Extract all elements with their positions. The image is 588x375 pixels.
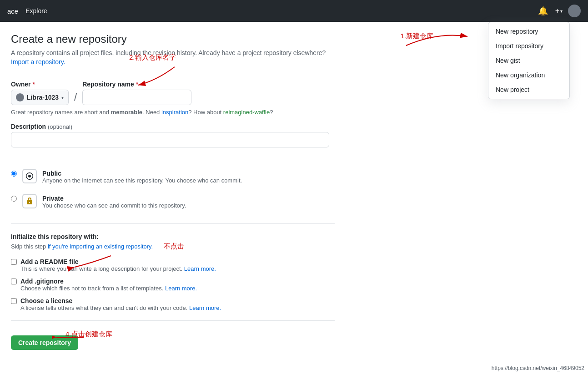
create-repository-button[interactable]: Create repository [11, 335, 78, 350]
private-text: Private You choose who can see and commi… [42, 195, 186, 209]
suggestion-text: Great repository names are short and mem… [11, 109, 335, 116]
public-text: Public Anyone on the internet can see th… [42, 170, 242, 184]
annotation-1: 1.新建仓库 [400, 32, 433, 41]
description-label: Description (optional) [11, 123, 335, 130]
readme-text: Add a README file This is where you can … [20, 258, 216, 272]
navbar: ace Explore 🔔 + ▾ New repository Import … [0, 0, 588, 22]
repo-name-label: Repository name * [82, 81, 191, 88]
divider-2 [11, 155, 335, 155]
description-input[interactable] [11, 132, 329, 147]
navbar-brand: ace [7, 7, 18, 15]
private-icon [22, 194, 37, 208]
license-checkbox[interactable] [11, 298, 17, 304]
license-option: Choose a license A license tells others … [11, 297, 335, 311]
gitignore-text: Add .gitignore Choose which files not to… [20, 278, 197, 292]
dropdown-new-organization[interactable]: New organization [488, 68, 569, 82]
bell-icon[interactable]: 🔔 [536, 4, 550, 18]
init-title: Initialize this repository with: [11, 233, 335, 240]
divider-1 [11, 73, 335, 73]
owner-group: Owner * Libra-1023 ▾ [11, 81, 69, 105]
readme-option: Add a README file This is where you can … [11, 258, 335, 272]
owner-avatar [16, 93, 24, 101]
divider-4 [11, 320, 335, 321]
plus-chevron: ▾ [560, 9, 563, 14]
owner-select[interactable]: Libra-1023 ▾ [11, 90, 69, 105]
plus-button[interactable]: + ▾ [553, 5, 564, 17]
navbar-right: 🔔 + ▾ [536, 4, 581, 18]
navbar-left: ace Explore [7, 7, 47, 15]
create-button-area: Create repository 4.点击创建仓库 [11, 328, 78, 350]
private-radio[interactable] [11, 196, 17, 202]
owner-chevron: ▾ [61, 95, 64, 100]
slash-separator: / [72, 91, 79, 103]
annotation-3: 不点击 [164, 242, 184, 250]
owner-repo-row: Owner * Libra-1023 ▾ / Repository name * [11, 81, 335, 105]
main-content: Create a new repository A repository con… [0, 22, 346, 361]
gitignore-option: Add .gitignore Choose which files not to… [11, 278, 335, 292]
subtitle-text: A repository contains all project files,… [11, 49, 326, 56]
dropdown-menu: New repository Import repository New gis… [488, 22, 570, 99]
public-radio[interactable] [11, 171, 17, 177]
plus-icon: + [555, 7, 559, 15]
inspiration-link[interactable]: inspiration [161, 109, 188, 116]
public-option[interactable]: Public Anyone on the internet can see th… [11, 164, 335, 189]
description-group: Description (optional) [11, 123, 335, 147]
init-subtitle: Skip this step if you're importing an ex… [11, 242, 335, 251]
dropdown-new-gist[interactable]: New gist [488, 53, 569, 68]
init-section: Initialize this repository with: Skip th… [11, 233, 335, 311]
repo-name-input[interactable] [82, 90, 191, 105]
dropdown-new-repository[interactable]: New repository [488, 24, 569, 39]
page-subtitle: A repository contains all project files,… [11, 49, 335, 56]
avatar[interactable] [568, 5, 581, 17]
private-option[interactable]: Private You choose who can see and commi… [11, 189, 335, 214]
gitignore-checkbox[interactable] [11, 279, 17, 284]
license-learn-link[interactable]: Learn more. [189, 304, 221, 311]
public-icon [22, 169, 37, 183]
gitignore-learn-link[interactable]: Learn more. [165, 285, 197, 292]
visibility-section: Public Anyone on the internet can see th… [11, 164, 335, 214]
import-link[interactable]: Import a repository. [11, 58, 65, 66]
repo-name-group: Repository name * [82, 81, 191, 105]
dropdown-import-repository[interactable]: Import repository [488, 39, 569, 53]
readme-learn-link[interactable]: Learn more. [184, 265, 216, 272]
divider-3 [11, 223, 335, 224]
navbar-explore[interactable]: Explore [25, 7, 47, 15]
page-title: Create a new repository [11, 33, 335, 46]
arrow-1 [402, 27, 474, 56]
dropdown-new-project[interactable]: New project [488, 82, 569, 97]
owner-label: Owner * [11, 81, 69, 88]
readme-checkbox[interactable] [11, 259, 17, 265]
importing-link[interactable]: if you're importing an existing reposito… [48, 243, 153, 250]
owner-name: Libra-1023 [27, 94, 59, 101]
license-text: Choose a license A license tells others … [20, 297, 221, 311]
